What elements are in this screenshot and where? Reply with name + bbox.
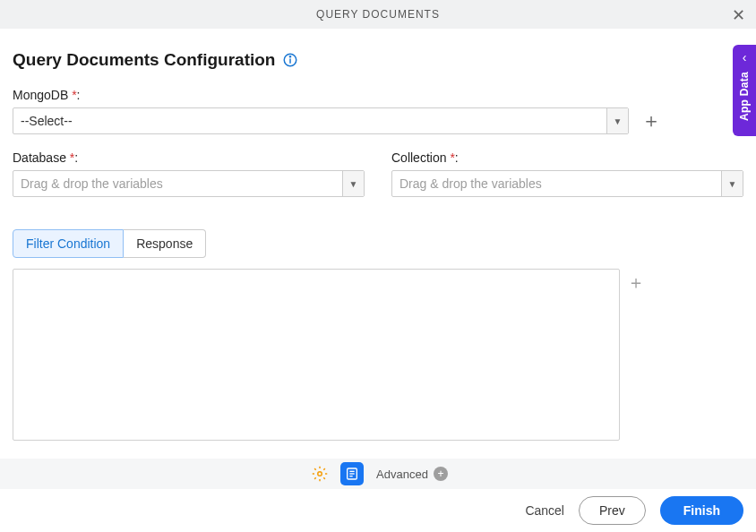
required-asterisk: *: [72, 88, 76, 102]
add-mongodb-button[interactable]: ＋: [638, 107, 665, 134]
gear-icon[interactable]: [308, 462, 331, 485]
collection-input[interactable]: Drag & drop the variables ▼: [391, 170, 743, 197]
mongodb-field: MongoDB *: --Select-- ▼ ＋: [13, 88, 743, 134]
content-area: Query Documents Configuration MongoDB *:…: [0, 29, 756, 441]
required-asterisk: *: [450, 150, 454, 165]
dialog-title: QUERY DOCUMENTS: [316, 8, 440, 21]
prev-button[interactable]: Prev: [579, 496, 646, 525]
add-filter-button[interactable]: ＋: [627, 270, 645, 295]
mongodb-label: MongoDB *:: [13, 88, 743, 102]
page-title: Query Documents Configuration: [13, 50, 275, 70]
mongodb-select-value: --Select--: [13, 114, 606, 128]
svg-point-3: [318, 472, 322, 476]
page-title-row: Query Documents Configuration: [13, 50, 743, 70]
toolbar: Advanced +: [0, 459, 756, 489]
collection-label-text: Collection: [391, 150, 450, 165]
close-icon[interactable]: ✕: [728, 5, 749, 25]
svg-point-2: [290, 56, 291, 57]
chevron-down-icon: ▼: [721, 171, 743, 196]
tab-response[interactable]: Response: [124, 229, 206, 258]
database-field: Database *: Drag & drop the variables ▼: [13, 150, 365, 197]
chevron-down-icon: ▼: [606, 108, 628, 133]
tabs: Filter Condition Response: [13, 229, 743, 258]
database-label: Database *:: [13, 150, 365, 165]
cancel-button[interactable]: Cancel: [525, 503, 564, 518]
chevron-down-icon: ▼: [342, 171, 364, 196]
action-bar: Cancel Prev Finish: [0, 489, 756, 532]
notes-icon[interactable]: [340, 462, 364, 485]
filter-condition-panel[interactable]: [13, 269, 620, 441]
required-asterisk: *: [70, 150, 74, 165]
collection-label: Collection *:: [391, 150, 743, 165]
filter-panel-wrap: ＋: [13, 269, 743, 441]
info-icon[interactable]: [282, 52, 298, 68]
database-label-text: Database: [13, 150, 70, 165]
database-placeholder: Drag & drop the variables: [13, 176, 342, 191]
advanced-label: Advanced: [376, 468, 428, 481]
mongodb-select[interactable]: --Select-- ▼: [13, 107, 629, 134]
collection-field: Collection *: Drag & drop the variables …: [391, 150, 743, 197]
database-input[interactable]: Drag & drop the variables ▼: [13, 170, 365, 197]
collection-placeholder: Drag & drop the variables: [392, 176, 721, 191]
footer: Advanced + Cancel Prev Finish: [0, 459, 756, 532]
tab-filter-condition[interactable]: Filter Condition: [13, 229, 124, 258]
dialog-header: QUERY DOCUMENTS ✕: [0, 0, 756, 29]
advanced-toggle[interactable]: Advanced +: [376, 467, 448, 481]
two-column-row: Database *: Drag & drop the variables ▼ …: [13, 150, 743, 213]
mongodb-label-text: MongoDB: [13, 88, 72, 102]
finish-button[interactable]: Finish: [660, 496, 743, 525]
plus-circle-icon: +: [434, 467, 448, 481]
